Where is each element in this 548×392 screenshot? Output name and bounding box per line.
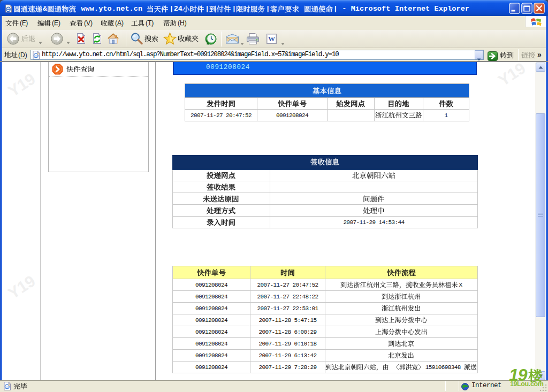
svg-text:W: W	[268, 35, 275, 43]
